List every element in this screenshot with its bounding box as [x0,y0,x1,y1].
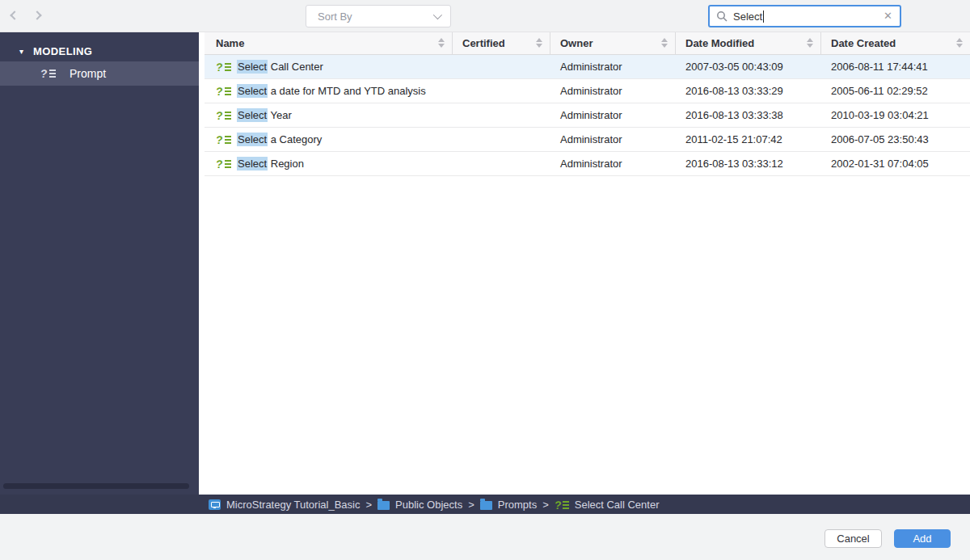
date-modified-cell: 2011-02-15 21:07:42 [676,128,821,151]
cancel-button[interactable]: Cancel [824,529,882,548]
search-input[interactable]: Select ✕ [708,5,901,27]
table-row[interactable]: ? Select a date for MTD and YTD analysis… [205,79,970,103]
object-browser-dialog: Sort By Select ✕ ▾ MODELING ? Prompt [0,0,970,560]
name-cell: ? Select Year [205,103,453,127]
owner-cell: Administrator [550,79,676,103]
project-icon [209,499,221,510]
breadcrumb: MicroStrategy Tutorial_Basic > Public Ob… [0,495,970,514]
search-match-highlight: Select [237,84,268,98]
breadcrumb-item-project[interactable]: MicroStrategy Tutorial_Basic [209,499,360,511]
owner-cell: Administrator [550,55,676,78]
column-header-date-created[interactable]: Date Created [821,32,970,54]
sort-icon[interactable] [661,38,668,48]
date-created-cell: 2005-06-11 02:29:52 [821,79,970,103]
breadcrumb-separator: > [365,499,372,511]
sidebar-section-modeling[interactable]: ▾ MODELING [0,39,199,63]
collapse-triangle-icon: ▾ [19,47,23,56]
name-cell: ? Select Region [205,152,453,175]
prompt-icon: ? [216,109,230,121]
search-match-highlight: Select [237,60,268,74]
prompt-icon: ? [555,499,569,511]
table-row[interactable]: ? Select Region Administrator 2016-08-13… [205,152,970,176]
date-modified-cell: 2016-08-13 03:33:29 [676,79,821,103]
add-button[interactable]: Add [894,529,951,548]
clear-search-icon[interactable]: ✕ [884,10,892,23]
owner-cell: Administrator [550,103,676,127]
column-header-owner[interactable]: Owner [550,32,676,54]
sidebar-item-label: Prompt [70,67,106,80]
date-created-cell: 2006-08-11 17:44:41 [821,55,970,78]
name-cell: ? Select a date for MTD and YTD analysis [205,79,453,103]
certified-cell [453,103,550,127]
sidebar-section-label: MODELING [33,45,92,57]
breadcrumb-item-selected-object: ? Select Call Center [555,498,660,511]
prompt-icon: ? [216,158,230,170]
sort-icon[interactable] [956,38,963,48]
table-row[interactable]: ? Select a Category Administrator 2011-0… [205,128,970,152]
chevron-down-icon [433,11,442,19]
table-header: Name Certified Owner Date Modified Date … [205,32,970,55]
prompt-icon: ? [40,68,55,80]
date-created-cell: 2002-01-31 07:04:05 [821,152,970,175]
prompt-icon: ? [216,133,230,145]
sort-by-dropdown[interactable]: Sort By [306,5,451,27]
search-value: Select [733,11,762,23]
owner-cell: Administrator [550,128,676,151]
object-table: Name Certified Owner Date Modified Date … [205,32,970,495]
back-icon[interactable] [10,11,19,21]
date-created-cell: 2006-07-05 23:50:43 [821,128,970,151]
folder-icon [377,501,390,510]
table-row[interactable]: ? Select Year Administrator 2016-08-13 0… [205,103,970,128]
date-modified-cell: 2016-08-13 03:33:12 [676,152,821,175]
column-header-name[interactable]: Name [205,32,453,54]
search-match-highlight: Select [237,133,268,146]
date-created-cell: 2010-03-19 03:04:21 [821,103,970,127]
sort-by-label: Sort By [318,11,352,23]
name-cell: ? Select Call Center [205,55,453,78]
breadcrumb-separator: > [468,499,474,511]
search-icon [716,11,728,22]
certified-cell [453,152,550,175]
name-cell: ? Select a Category [205,128,453,151]
breadcrumb-separator: > [542,499,549,511]
sidebar-item-prompt[interactable]: ? Prompt [0,61,199,86]
certified-cell [453,55,550,78]
owner-cell: Administrator [550,152,676,175]
folder-icon [480,501,492,510]
certified-cell [453,79,550,103]
sort-icon[interactable] [438,38,445,48]
table-row[interactable]: ? Select Call Center Administrator 2007-… [205,55,970,79]
sidebar: ▾ MODELING ? Prompt [0,32,199,495]
prompt-icon: ? [216,85,230,97]
date-modified-cell: 2016-08-13 03:33:38 [676,103,821,127]
date-modified-cell: 2007-03-05 00:43:09 [676,55,821,78]
dialog-footer: Cancel Add [0,514,970,560]
prompt-icon: ? [216,61,230,73]
search-match-highlight: Select [237,157,268,171]
text-cursor [763,11,764,23]
sort-icon[interactable] [536,38,542,48]
top-toolbar: Sort By Select ✕ [0,0,970,32]
certified-cell [453,128,550,151]
forward-icon[interactable] [34,11,44,21]
sidebar-horizontal-scrollbar[interactable] [3,483,189,489]
column-header-date-modified[interactable]: Date Modified [676,32,821,54]
search-match-highlight: Select [237,108,268,122]
breadcrumb-item-prompts[interactable]: Prompts [480,499,537,511]
sort-icon[interactable] [807,38,813,48]
breadcrumb-item-public-objects[interactable]: Public Objects [377,499,462,511]
column-header-certified[interactable]: Certified [453,32,550,54]
